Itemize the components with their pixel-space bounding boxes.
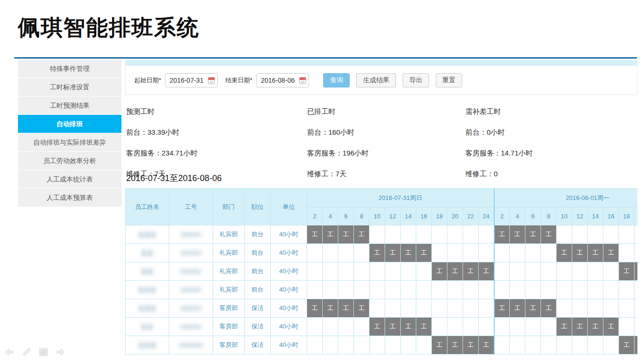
summary-line: 前台：33.39小时 [126,128,197,137]
calendar-icon[interactable] [208,77,215,84]
summary-column: 需补差工时前台：0小时客房服务：14.71小时维修工：0 [465,95,533,179]
shift-cell: 工 [510,299,525,318]
sidebar-item[interactable]: 特殊事件管理 [18,60,121,78]
schedule-cell [510,244,525,262]
hour-header: 22 [463,207,479,225]
hour-header: 4 [323,207,338,225]
start-date-input[interactable]: 2016-07-31 [165,73,218,87]
unit-cell: 40小时 [271,281,307,299]
schedule-cell [603,336,619,354]
sidebar-item[interactable]: 员工劳动效率分析 [18,152,121,170]
calendar-icon[interactable] [299,77,306,84]
menu-icon[interactable] [38,346,49,358]
schedule-table-container: 员工姓名工号部门职位单位2016-07-31周日2016-08-01周一2468… [125,188,637,356]
position-cell: 保洁 [245,336,271,354]
blurred-name: 某某某 [138,304,156,313]
schedule-cell [557,281,572,299]
presenter-controls [4,346,72,358]
prev-slide-icon[interactable] [4,346,15,358]
shift-cell: 工 [385,318,401,336]
hour-header: 4 [510,207,525,225]
shift-cell: 工 [354,299,369,318]
position-cell: 保洁 [245,318,271,336]
schedule-cell [635,225,637,244]
schedule-cell [432,225,447,244]
schedule-cell [494,318,510,336]
shift-cell: 工 [572,244,588,262]
pen-icon[interactable] [21,346,32,358]
column-header: 部门 [213,189,245,225]
employee-name-cell: 某某 [126,318,169,336]
reset-button[interactable]: 重置 [436,73,462,87]
shift-cell: 工 [588,244,603,262]
sidebar-item[interactable]: 工时预测结果 [18,96,121,114]
schedule-cell [635,281,637,299]
summary-line: 客房服务：14.71小时 [465,149,533,158]
schedule-cell [541,262,557,281]
hour-header: 12 [572,207,588,225]
schedule-body: 某某某000000礼宾部前台40小时工工工工工工工工某某000000礼宾部前台4… [126,225,638,354]
schedule-cell [541,318,557,336]
schedule-cell [463,244,479,262]
schedule-cell [323,318,338,336]
sidebar-item[interactable]: 工时标准设置 [18,78,121,96]
employee-id-cell: 000000 [169,299,213,318]
employee-id-cell: 000000 [169,318,213,336]
schedule-cell [635,244,637,262]
schedule-cell [447,244,463,262]
department-cell: 礼宾部 [213,262,245,281]
blurred-id: 000000 [180,305,201,312]
schedule-cell [588,225,603,244]
schedule-cell [479,244,494,262]
shift-cell: 工 [385,244,401,262]
end-date-input[interactable]: 2016-08-06 [256,73,309,87]
sidebar-item[interactable]: 人工成本统计表 [18,170,121,188]
position-cell: 保洁 [245,299,271,318]
schedule-cell [619,281,635,299]
next-slide-icon[interactable] [55,346,66,358]
shift-cell: 工 [494,225,510,244]
schedule-cell [338,318,354,336]
shift-cell: 工 [479,336,494,354]
generate-result-button[interactable]: 生成结果 [356,73,396,87]
blurred-id: 000000 [180,231,201,238]
header-row-days: 员工姓名工号部门职位单位2016-07-31周日2016-08-01周一 [126,189,638,207]
schedule-cell [354,244,369,262]
schedule-cell [385,336,401,354]
schedule-cell [603,225,619,244]
sidebar-item[interactable]: 人工成本预算表 [18,189,121,207]
content-top-strip [125,60,637,66]
hour-header: 8 [354,207,369,225]
shift-cell: 工 [494,299,510,318]
blurred-id: 000000 [180,323,201,330]
blurred-id: 000000 [180,250,201,257]
query-button[interactable]: 查询 [323,73,350,87]
sidebar-item[interactable]: 自动排班 [18,115,121,133]
schedule-cell [447,225,463,244]
schedule-cell [619,225,635,244]
sidebar-item[interactable]: 自动排班与实际排班差异 [18,133,121,151]
employee-row: 某某某000000礼宾部前台40小时 [126,281,638,299]
schedule-cell [369,281,385,299]
employee-id-cell: 0000000 [169,336,213,354]
schedule-cell [479,318,494,336]
shift-cell: 工 [416,244,432,262]
schedule-cell [619,318,635,336]
shift-cell: 工 [307,225,323,244]
shift-cell: 工 [557,318,572,336]
shift-cell: 工 [541,299,557,318]
hour-header: 16 [416,207,432,225]
summary-title: 预测工时 [126,107,197,116]
export-button[interactable]: 导出 [403,73,429,87]
schedule-cell [619,299,635,318]
schedule-cell [323,281,338,299]
schedule-cell [432,318,447,336]
schedule-cell [463,318,479,336]
shift-cell: 工 [323,299,338,318]
shift-cell: 工 [619,336,635,354]
schedule-cell [588,299,603,318]
hour-header: 24 [479,207,494,225]
schedule-cell [416,336,432,354]
schedule-cell [479,281,494,299]
schedule-cell [401,299,416,318]
